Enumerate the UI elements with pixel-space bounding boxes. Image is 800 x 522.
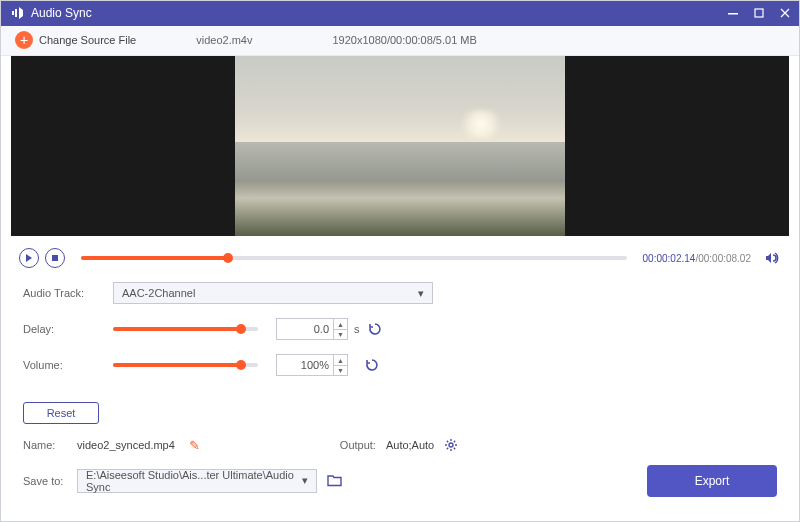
change-source-label: Change Source File <box>39 34 136 46</box>
delay-label: Delay: <box>23 323 113 335</box>
output-panel: Name: video2_synced.mp4 ✎ Output: Auto;A… <box>1 434 799 521</box>
svg-rect-0 <box>728 13 738 15</box>
reset-button[interactable]: Reset <box>23 402 99 424</box>
source-filename: video2.m4v <box>196 34 252 46</box>
svg-rect-2 <box>52 255 58 261</box>
export-button[interactable]: Export <box>647 465 777 497</box>
gear-icon[interactable] <box>444 438 458 452</box>
volume-label: Volume: <box>23 359 113 371</box>
output-label: Output: <box>340 439 376 451</box>
svg-rect-1 <box>755 9 763 17</box>
progress-bar[interactable] <box>81 256 627 260</box>
output-value: Auto;Auto <box>386 439 434 451</box>
app-title: Audio Sync <box>31 6 727 20</box>
playback-controls: 00:00:02.14/00:00:08.02 <box>1 244 799 272</box>
app-icon <box>9 5 25 21</box>
chevron-down-icon: ▾ <box>302 474 308 487</box>
name-label: Name: <box>23 439 77 451</box>
save-to-label: Save to: <box>23 475 77 487</box>
stop-button[interactable] <box>45 248 65 268</box>
edit-name-icon[interactable]: ✎ <box>189 438 200 453</box>
delay-stepper[interactable]: ▲▼ <box>334 318 348 340</box>
source-toolbar: + Change Source File video2.m4v 1920x108… <box>1 26 799 56</box>
preview-frame <box>235 56 565 236</box>
delay-input[interactable]: 0.0 <box>276 318 334 340</box>
save-path-select[interactable]: E:\Aiseesoft Studio\Ais...ter Ultimate\A… <box>77 469 317 493</box>
change-source-button[interactable]: + Change Source File <box>15 31 136 49</box>
delay-unit: s <box>354 323 360 335</box>
app-window: Audio Sync + Change Source File video2.m… <box>0 0 800 522</box>
delay-slider[interactable] <box>113 327 258 331</box>
audio-track-label: Audio Track: <box>23 287 113 299</box>
time-display: 00:00:02.14/00:00:08.02 <box>643 253 751 264</box>
maximize-button[interactable] <box>753 7 765 19</box>
play-button[interactable] <box>19 248 39 268</box>
volume-stepper[interactable]: ▲▼ <box>334 354 348 376</box>
minimize-button[interactable] <box>727 7 739 19</box>
audio-track-select[interactable]: AAC-2Channel ▾ <box>113 282 433 304</box>
close-button[interactable] <box>779 7 791 19</box>
name-value: video2_synced.mp4 <box>77 439 175 451</box>
volume-reset-icon[interactable] <box>365 358 379 372</box>
volume-icon[interactable] <box>765 251 781 265</box>
volume-slider[interactable] <box>113 363 258 367</box>
source-meta: 1920x1080/00:00:08/5.01 MB <box>333 34 477 46</box>
plus-icon: + <box>15 31 33 49</box>
delay-reset-icon[interactable] <box>368 322 382 336</box>
svg-point-3 <box>449 443 453 447</box>
folder-icon[interactable] <box>327 474 342 487</box>
settings-panel: Audio Track: AAC-2Channel ▾ Delay: 0.0 ▲… <box>1 272 799 394</box>
chevron-down-icon: ▾ <box>418 287 424 300</box>
window-controls <box>727 7 791 19</box>
volume-input[interactable]: 100% <box>276 354 334 376</box>
video-preview[interactable] <box>11 56 789 236</box>
titlebar: Audio Sync <box>1 1 799 26</box>
